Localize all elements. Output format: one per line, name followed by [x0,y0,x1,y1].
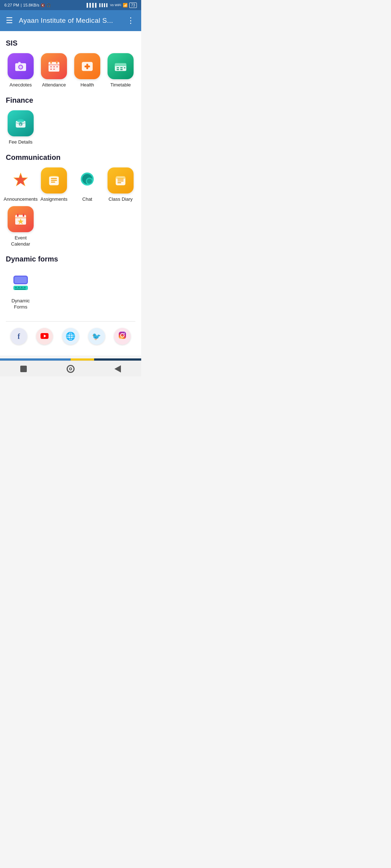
announcements-svg [10,170,31,191]
svg-rect-47 [15,217,26,218]
chat-svg [76,170,98,191]
svg-rect-52 [15,287,17,288]
svg-rect-3 [18,62,21,64]
chat-label: Chat [82,196,92,203]
nav-back-button[interactable] [64,362,77,375]
svg-rect-8 [49,64,59,65]
status-separator: | [21,3,22,7]
bottom-progress-bar [0,358,141,361]
svg-rect-13 [53,69,55,70]
svg-rect-23 [124,67,125,68]
status-bar: 6:27 PM | 15.8KB/s 🔇 🎧 ▌▌▌▌ ▌▌▌▌ Vo WiFi… [0,0,141,10]
chat-item[interactable]: Chat [72,167,102,203]
svg-rect-9 [50,66,52,67]
svg-rect-33 [51,180,57,181]
timetable-item[interactable]: Timetable [106,53,135,88]
svg-rect-19 [117,67,119,68]
chat-icon [74,167,100,193]
svg-rect-22 [120,69,123,70]
nav-bar [0,361,141,376]
announcements-icon [8,167,34,193]
event-calendar-label: Event Calendar [6,235,35,247]
nav-home-button[interactable] [17,362,30,375]
svg-rect-50 [14,277,27,283]
svg-rect-56 [15,289,26,290]
classdiary-svg [113,173,128,188]
svg-rect-46 [23,214,24,217]
svg-point-25 [17,119,24,123]
app-bar-title: Ayaan Institute of Medical S... [19,17,121,25]
youtube-button[interactable] [36,328,53,345]
timetable-icon [108,53,134,79]
dynamic-forms-icon [8,269,34,295]
app-bar: ☰ Ayaan Institute of Medical S... ⋮ [0,10,141,31]
facebook-button[interactable]: f [10,328,27,345]
announcements-label: Announcements [4,196,38,203]
svg-rect-43 [116,176,126,179]
svg-rect-7 [56,61,58,64]
twitter-button[interactable]: 🐦 [88,328,105,345]
finance-grid: $ Fee Details [6,110,135,145]
attendance-label: Attendance [42,82,66,88]
youtube-icon [41,332,49,341]
svg-rect-20 [120,67,123,68]
social-bar: f 🌐 🐦 [6,321,135,348]
svg-rect-53 [18,287,20,288]
hamburger-menu-button[interactable]: ☰ [6,16,13,25]
status-speed: 15.8KB/s [23,3,39,7]
class-diary-item[interactable]: Class Diary [106,167,135,203]
facebook-icon: f [17,332,20,341]
nav-recent-button[interactable] [111,362,124,375]
class-diary-label: Class Diary [109,196,133,203]
more-options-button[interactable]: ⋮ [127,16,135,25]
vowifi-label: Vo WiFi [110,3,121,7]
assignments-svg [47,173,61,188]
health-svg [80,59,94,73]
timetable-svg [113,59,128,73]
dynamic-forms-item[interactable]: Dynamic Forms [6,269,35,310]
svg-point-61 [124,333,125,334]
fee-details-item[interactable]: $ Fee Details [6,110,35,145]
communication-section-title: Communication [6,145,135,167]
event-calendar-item[interactable]: Event Calendar [6,206,35,247]
eventcal-svg [13,212,28,226]
globe-button[interactable]: 🌐 [62,328,79,345]
svg-rect-16 [85,65,90,67]
fee-details-icon: $ [8,110,34,136]
svg-rect-42 [118,182,121,183]
signal-icon: ▌▌▌▌ [87,3,98,7]
globe-icon: 🌐 [66,332,75,341]
main-content: SIS Anecdotes [0,31,141,356]
class-diary-icon [108,167,134,193]
nav-triangle-icon [114,365,121,373]
svg-rect-55 [24,287,26,288]
dynamicforms-svg [10,271,31,293]
attendance-item[interactable]: Attendance [39,53,69,88]
anecdotes-svg [13,59,28,73]
fee-svg: $ [13,116,28,131]
health-item[interactable]: Health [72,53,102,88]
anecdotes-item[interactable]: Anecdotes [6,53,35,88]
announcements-item[interactable]: Announcements [6,167,35,203]
assignments-item[interactable]: Assignments [39,167,69,203]
svg-rect-34 [51,182,55,183]
svg-rect-32 [51,178,57,179]
nav-circle-inner-icon [69,367,72,370]
progress-blue [0,358,71,361]
svg-rect-12 [50,69,52,70]
dynamic-forms-label: Dynamic Forms [6,298,35,310]
timetable-label: Timetable [110,82,131,88]
status-right: ▌▌▌▌ ▌▌▌▌ Vo WiFi 📶 73 [87,3,137,8]
svg-point-38 [87,179,92,184]
headphone-icon: 🎧 [46,3,51,7]
dynamic-forms-section-title: Dynamic forms [6,247,135,269]
progress-yellow [71,358,94,361]
status-left: 6:27 PM | 15.8KB/s 🔇 🎧 [4,3,51,7]
event-calendar-icon [8,206,34,232]
health-label: Health [80,82,94,88]
wifi-icon: 📶 [123,3,128,8]
instagram-button[interactable] [114,328,131,345]
signal2-icon: ▌▌▌▌ [99,3,109,7]
progress-dark [94,358,141,361]
sis-grid: Anecdotes Attendance [6,53,135,88]
